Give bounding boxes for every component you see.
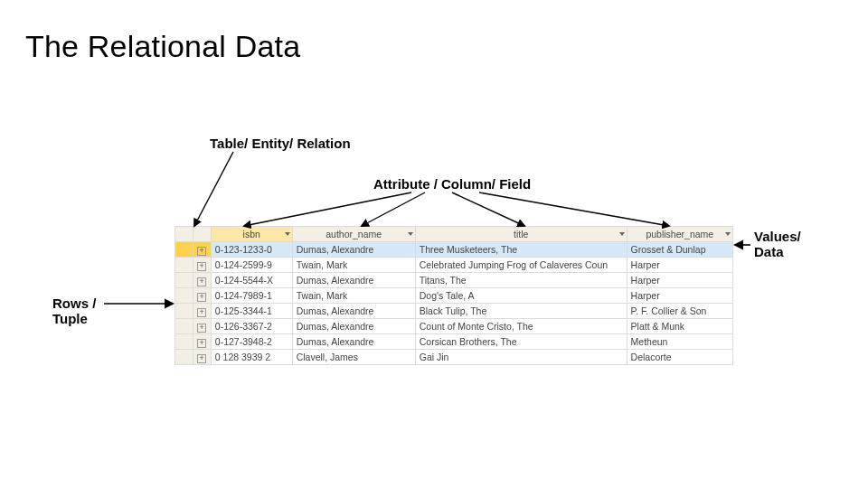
dropdown-icon[interactable] [408,232,413,236]
cell-publisher[interactable]: Harper [627,258,732,273]
arrow-attr-publisher [479,192,669,226]
dropdown-icon[interactable] [285,232,290,236]
cell-author[interactable]: Dumas, Alexandre [292,242,415,258]
label-rows-tuple: Rows / Tuple [52,296,96,327]
plus-icon: + [197,293,206,302]
plus-icon: + [197,308,206,317]
table-row[interactable]: +0-123-1233-0Dumas, AlexandreThree Muske… [175,242,733,258]
table-row[interactable]: +0-126-3367-2Dumas, AlexandreCount of Mo… [175,319,733,334]
label-values-data: Values/ Data [754,229,801,260]
cell-title[interactable]: Titans, The [415,273,627,288]
cell-title[interactable]: Corsican Brothers, The [415,334,627,350]
cell-isbn[interactable]: 0-123-1233-0 [211,242,292,258]
cell-isbn[interactable]: 0 128 3939 2 [211,350,292,365]
cell-publisher[interactable]: Platt & Munk [627,319,732,334]
cell-author[interactable]: Dumas, Alexandre [292,319,415,334]
dropdown-icon[interactable] [725,232,731,236]
cell-publisher[interactable]: Grosset & Dunlap [627,242,732,258]
row-selector[interactable] [175,334,193,350]
cell-publisher[interactable]: Harper [627,288,732,304]
arrow-attr-isbn [244,192,411,226]
header-row: isbn author_name title publisher_name [175,227,733,242]
label-values-line1: Values/ [754,229,801,244]
table-row[interactable]: +0-125-3344-1Dumas, AlexandreBlack Tulip… [175,304,733,319]
header-title-text: title [514,229,528,239]
plus-icon: + [197,262,206,271]
cell-title[interactable]: Dog's Tale, A [415,288,627,304]
cell-title[interactable]: Celebrated Jumping Frog of Calaveres Cou… [415,258,627,273]
expand-row-toggle[interactable]: + [193,258,211,273]
cell-publisher[interactable]: Harper [627,273,732,288]
header-expand-col [193,227,211,242]
expand-row-toggle[interactable]: + [193,319,211,334]
arrow-attr-title [452,192,524,226]
cell-isbn[interactable]: 0-124-7989-1 [211,288,292,304]
datasheet-table: isbn author_name title publisher_name +0… [175,226,733,365]
label-values-line2: Data [754,244,784,259]
plus-icon: + [197,339,206,348]
cell-isbn[interactable]: 0-127-3948-2 [211,334,292,350]
header-isbn[interactable]: isbn [211,227,292,242]
row-selector[interactable] [175,319,193,334]
row-selector[interactable] [175,242,193,258]
header-publisher-text: publisher_name [646,229,713,239]
plus-icon: + [197,277,206,286]
table-row[interactable]: +0-124-7989-1Twain, MarkDog's Tale, AHar… [175,288,733,304]
page-title: The Relational Data [25,29,300,64]
cell-author[interactable]: Twain, Mark [292,258,415,273]
dropdown-icon[interactable] [619,232,625,236]
table-row[interactable]: +0-124-2599-9Twain, MarkCelebrated Jumpi… [175,258,733,273]
cell-isbn[interactable]: 0-125-3344-1 [211,304,292,319]
expand-row-toggle[interactable]: + [193,350,211,365]
header-publisher[interactable]: publisher_name [627,227,732,242]
table-row[interactable]: +0-124-5544-XDumas, AlexandreTitans, The… [175,273,733,288]
expand-row-toggle[interactable]: + [193,304,211,319]
plus-icon: + [197,354,206,363]
label-attribute-column-field: Attribute / Column/ Field [373,176,531,192]
label-table-entity-relation: Table/ Entity/ Relation [210,136,351,151]
cell-title[interactable]: Gai Jin [415,350,627,365]
row-selector[interactable] [175,350,193,365]
header-author-text: author_name [326,229,382,239]
plus-icon: + [197,324,206,333]
row-selector[interactable] [175,273,193,288]
cell-author[interactable]: Twain, Mark [292,288,415,304]
table-row[interactable]: +0 128 3939 2Clavell, JamesGai JinDelaco… [175,350,733,365]
expand-row-toggle[interactable]: + [193,273,211,288]
cell-author[interactable]: Dumas, Alexandre [292,273,415,288]
expand-row-toggle[interactable]: + [193,288,211,304]
cell-author[interactable]: Dumas, Alexandre [292,334,415,350]
expand-row-toggle[interactable]: + [193,334,211,350]
cell-isbn[interactable]: 0-124-2599-9 [211,258,292,273]
header-isbn-text: isbn [243,229,260,239]
cell-isbn[interactable]: 0-124-5544-X [211,273,292,288]
table-row[interactable]: +0-127-3948-2Dumas, AlexandreCorsican Br… [175,334,733,350]
header-title[interactable]: title [415,227,627,242]
label-rows-line1: Rows / [52,296,96,311]
row-selector[interactable] [175,304,193,319]
cell-isbn[interactable]: 0-126-3367-2 [211,319,292,334]
cell-publisher[interactable]: Delacorte [627,350,732,365]
header-corner [175,227,193,242]
expand-row-toggle[interactable]: + [193,242,211,258]
arrow-attr-author [362,192,425,226]
arrow-table [194,152,233,226]
cell-title[interactable]: Count of Monte Cristo, The [415,319,627,334]
plus-icon: + [197,247,206,256]
cell-publisher[interactable]: Metheun [627,334,732,350]
row-selector[interactable] [175,258,193,273]
header-author[interactable]: author_name [292,227,415,242]
cell-title[interactable]: Three Musketeers, The [415,242,627,258]
row-selector[interactable] [175,288,193,304]
cell-author[interactable]: Dumas, Alexandre [292,304,415,319]
cell-title[interactable]: Black Tulip, The [415,304,627,319]
label-rows-line2: Tuple [52,311,88,326]
cell-author[interactable]: Clavell, James [292,350,415,365]
cell-publisher[interactable]: P. F. Collier & Son [627,304,732,319]
